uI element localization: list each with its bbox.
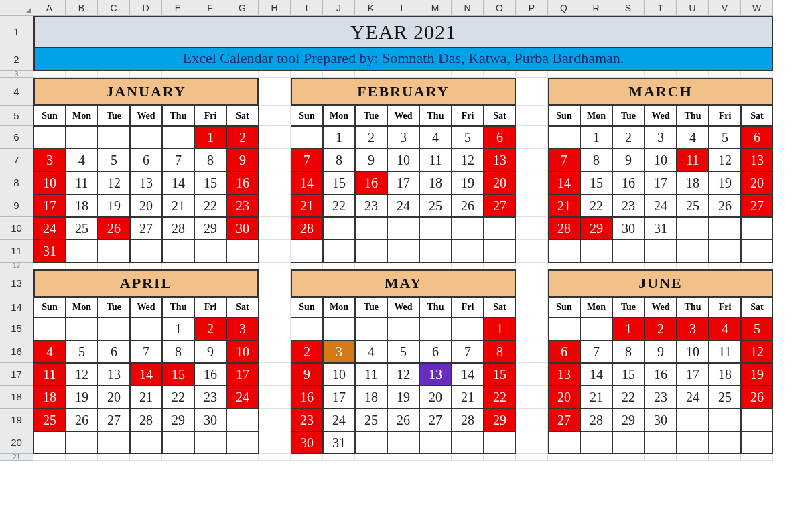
calendar-empty[interactable] <box>33 126 66 149</box>
calendar-day[interactable]: 27 <box>419 409 452 431</box>
calendar-day[interactable]: 10 <box>323 363 355 386</box>
calendar-day[interactable]: 2 <box>355 126 387 149</box>
empty-cell[interactable] <box>741 71 773 78</box>
calendar-day[interactable]: 8 <box>612 340 645 363</box>
calendar-day[interactable]: 17 <box>677 363 709 386</box>
calendar-day[interactable]: 27 <box>98 409 130 431</box>
calendar-day[interactable]: 28 <box>291 217 323 240</box>
empty-cell[interactable] <box>259 297 291 317</box>
column-header[interactable]: O <box>484 0 516 16</box>
calendar-empty[interactable] <box>66 240 98 263</box>
row-header[interactable]: 4 <box>0 78 33 106</box>
empty-cell[interactable] <box>709 263 741 269</box>
empty-cell[interactable] <box>130 263 162 269</box>
calendar-day[interactable]: 25 <box>419 194 452 217</box>
calendar-empty[interactable] <box>355 317 387 340</box>
empty-cell[interactable] <box>516 171 548 194</box>
calendar-day[interactable]: 10 <box>677 340 709 363</box>
calendar-day[interactable]: 31 <box>323 431 355 454</box>
empty-cell[interactable] <box>516 78 548 106</box>
row-header[interactable]: 5 <box>0 106 33 126</box>
calendar-day[interactable]: 12 <box>387 363 419 386</box>
empty-cell[interactable] <box>66 71 98 78</box>
calendar-day[interactable]: 19 <box>387 386 419 409</box>
calendar-day[interactable]: 19 <box>709 171 741 194</box>
calendar-day[interactable]: 25 <box>709 386 741 409</box>
calendar-day[interactable]: 30 <box>645 409 677 431</box>
calendar-day[interactable]: 22 <box>484 386 516 409</box>
calendar-day[interactable]: 22 <box>323 194 355 217</box>
calendar-day[interactable]: 14 <box>548 171 580 194</box>
calendar-empty[interactable] <box>162 240 194 263</box>
empty-cell[interactable] <box>709 454 741 461</box>
empty-cell[interactable] <box>259 263 291 269</box>
calendar-day[interactable]: 14 <box>452 363 484 386</box>
calendar-empty[interactable] <box>580 317 612 340</box>
calendar-day[interactable]: 12 <box>66 363 98 386</box>
calendar-day[interactable]: 25 <box>677 194 709 217</box>
row-header[interactable]: 19 <box>0 409 33 431</box>
empty-cell[interactable] <box>323 263 355 269</box>
calendar-day[interactable]: 13 <box>419 363 452 386</box>
column-header[interactable]: F <box>194 0 226 16</box>
calendar-day[interactable]: 20 <box>484 171 516 194</box>
calendar-empty[interactable] <box>452 317 484 340</box>
calendar-empty[interactable] <box>323 317 355 340</box>
calendar-empty[interactable] <box>484 431 516 454</box>
calendar-day[interactable]: 26 <box>98 217 130 240</box>
calendar-day[interactable]: 17 <box>387 171 419 194</box>
calendar-day[interactable]: 10 <box>387 149 419 171</box>
empty-cell[interactable] <box>548 71 580 78</box>
row-header[interactable]: 3 <box>0 71 33 78</box>
empty-cell[interactable] <box>516 149 548 171</box>
empty-cell[interactable] <box>33 71 66 78</box>
calendar-day[interactable]: 15 <box>612 363 645 386</box>
calendar-empty[interactable] <box>580 431 612 454</box>
calendar-day[interactable]: 1 <box>194 126 226 149</box>
calendar-day[interactable]: 18 <box>677 171 709 194</box>
empty-cell[interactable] <box>98 263 130 269</box>
calendar-day[interactable]: 14 <box>130 363 162 386</box>
calendar-day[interactable]: 3 <box>323 340 355 363</box>
row-header[interactable]: 9 <box>0 194 33 217</box>
calendar-empty[interactable] <box>580 240 612 263</box>
calendar-empty[interactable] <box>226 240 259 263</box>
calendar-day[interactable]: 3 <box>226 317 259 340</box>
row-header[interactable]: 7 <box>0 149 33 171</box>
calendar-empty[interactable] <box>387 240 419 263</box>
calendar-day[interactable]: 22 <box>580 194 612 217</box>
calendar-empty[interactable] <box>291 126 323 149</box>
empty-cell[interactable] <box>709 71 741 78</box>
calendar-day[interactable]: 5 <box>709 126 741 149</box>
row-header[interactable]: 21 <box>0 454 33 461</box>
calendar-day[interactable]: 6 <box>484 126 516 149</box>
empty-cell[interactable] <box>162 454 194 461</box>
calendar-day[interactable]: 15 <box>162 363 194 386</box>
empty-cell[interactable] <box>162 263 194 269</box>
calendar-day[interactable]: 5 <box>741 317 773 340</box>
empty-cell[interactable] <box>580 263 612 269</box>
column-header[interactable]: J <box>323 0 355 16</box>
row-header[interactable]: 15 <box>0 317 33 340</box>
column-header[interactable]: D <box>130 0 162 16</box>
empty-cell[interactable] <box>516 386 548 409</box>
empty-cell[interactable] <box>355 263 387 269</box>
empty-cell[interactable] <box>226 263 259 269</box>
calendar-day[interactable]: 24 <box>387 194 419 217</box>
column-header[interactable]: I <box>291 0 323 16</box>
calendar-day[interactable]: 21 <box>130 386 162 409</box>
empty-cell[interactable] <box>259 171 291 194</box>
calendar-day[interactable]: 11 <box>677 149 709 171</box>
calendar-day[interactable]: 11 <box>709 340 741 363</box>
calendar-empty[interactable] <box>355 431 387 454</box>
calendar-empty[interactable] <box>419 431 452 454</box>
calendar-empty[interactable] <box>387 431 419 454</box>
calendar-day[interactable]: 11 <box>66 171 98 194</box>
calendar-day[interactable]: 19 <box>66 386 98 409</box>
calendar-empty[interactable] <box>194 240 226 263</box>
row-header[interactable]: 12 <box>0 263 33 269</box>
calendar-empty[interactable] <box>98 126 130 149</box>
empty-cell[interactable] <box>484 454 516 461</box>
calendar-day[interactable]: 9 <box>645 340 677 363</box>
empty-cell[interactable] <box>194 71 226 78</box>
